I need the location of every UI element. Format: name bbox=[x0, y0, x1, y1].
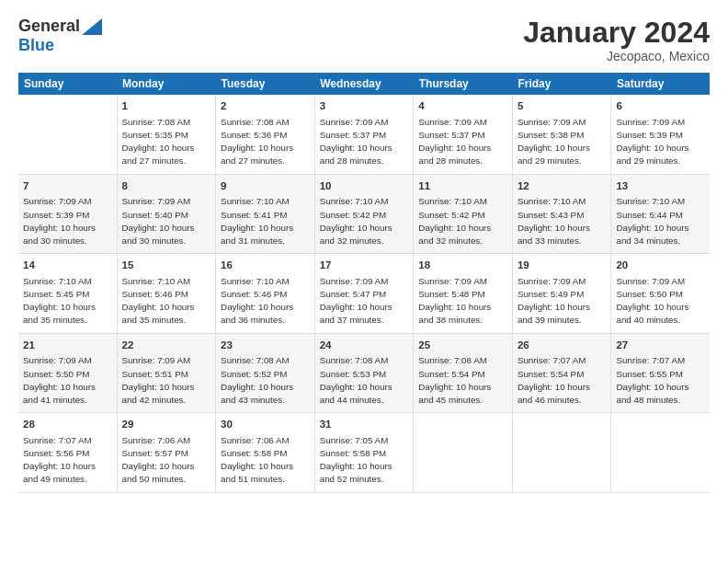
day-number: 7 bbox=[23, 178, 112, 194]
logo: General Blue bbox=[18, 17, 102, 55]
calendar-cell: 29Sunrise: 7:06 AM Sunset: 5:57 PM Dayli… bbox=[117, 413, 216, 492]
day-number: 9 bbox=[221, 178, 310, 194]
calendar-cell: 20Sunrise: 7:09 AM Sunset: 5:50 PM Dayli… bbox=[611, 254, 710, 333]
day-of-week-header: Tuesday bbox=[216, 73, 315, 95]
logo-general-text: General bbox=[18, 17, 80, 36]
day-number: 29 bbox=[122, 417, 211, 432]
day-info: Sunrise: 7:08 AM Sunset: 5:35 PM Dayligh… bbox=[122, 116, 211, 168]
header: General Blue January 2024 Jecopaco, Mexi… bbox=[18, 17, 710, 63]
calendar-cell: 27Sunrise: 7:07 AM Sunset: 5:55 PM Dayli… bbox=[611, 333, 710, 412]
day-number: 13 bbox=[616, 178, 705, 194]
day-number: 17 bbox=[320, 258, 409, 273]
calendar-cell bbox=[18, 95, 117, 174]
day-number: 31 bbox=[320, 417, 409, 432]
day-info: Sunrise: 7:10 AM Sunset: 5:46 PM Dayligh… bbox=[221, 275, 310, 327]
day-number: 1 bbox=[122, 98, 211, 114]
day-number: 5 bbox=[518, 98, 607, 114]
day-number: 14 bbox=[23, 258, 112, 273]
calendar-cell: 13Sunrise: 7:10 AM Sunset: 5:44 PM Dayli… bbox=[611, 174, 710, 253]
day-number: 20 bbox=[616, 258, 705, 273]
svg-marker-0 bbox=[82, 18, 102, 35]
calendar-week-row: 21Sunrise: 7:09 AM Sunset: 5:50 PM Dayli… bbox=[18, 333, 710, 412]
day-info: Sunrise: 7:09 AM Sunset: 5:50 PM Dayligh… bbox=[616, 275, 705, 327]
day-info: Sunrise: 7:10 AM Sunset: 5:44 PM Dayligh… bbox=[616, 195, 705, 247]
calendar-cell bbox=[611, 413, 710, 492]
day-info: Sunrise: 7:10 AM Sunset: 5:46 PM Dayligh… bbox=[122, 275, 211, 327]
day-number: 12 bbox=[518, 178, 607, 194]
day-number: 24 bbox=[320, 338, 409, 353]
day-number: 6 bbox=[616, 98, 705, 114]
day-info: Sunrise: 7:08 AM Sunset: 5:36 PM Dayligh… bbox=[221, 116, 310, 168]
calendar-cell: 26Sunrise: 7:07 AM Sunset: 5:54 PM Dayli… bbox=[512, 333, 611, 412]
day-info: Sunrise: 7:10 AM Sunset: 5:41 PM Dayligh… bbox=[221, 195, 310, 247]
calendar-cell: 11Sunrise: 7:10 AM Sunset: 5:42 PM Dayli… bbox=[414, 174, 513, 253]
day-number: 23 bbox=[221, 338, 310, 353]
day-info: Sunrise: 7:08 AM Sunset: 5:53 PM Dayligh… bbox=[320, 354, 409, 407]
calendar-cell: 9Sunrise: 7:10 AM Sunset: 5:41 PM Daylig… bbox=[216, 174, 315, 253]
day-of-week-header: Thursday bbox=[414, 73, 513, 95]
day-info: Sunrise: 7:07 AM Sunset: 5:56 PM Dayligh… bbox=[23, 434, 112, 487]
day-info: Sunrise: 7:09 AM Sunset: 5:38 PM Dayligh… bbox=[518, 116, 607, 168]
calendar-cell: 31Sunrise: 7:05 AM Sunset: 5:58 PM Dayli… bbox=[314, 413, 414, 492]
day-number: 18 bbox=[418, 258, 507, 273]
calendar-cell: 4Sunrise: 7:09 AM Sunset: 5:37 PM Daylig… bbox=[414, 95, 513, 174]
day-number: 27 bbox=[616, 338, 705, 353]
calendar-cell: 22Sunrise: 7:09 AM Sunset: 5:51 PM Dayli… bbox=[117, 333, 216, 412]
calendar-cell: 10Sunrise: 7:10 AM Sunset: 5:42 PM Dayli… bbox=[314, 174, 414, 253]
calendar-cell: 24Sunrise: 7:08 AM Sunset: 5:53 PM Dayli… bbox=[314, 333, 414, 412]
calendar-cell: 23Sunrise: 7:08 AM Sunset: 5:52 PM Dayli… bbox=[216, 333, 315, 412]
day-info: Sunrise: 7:10 AM Sunset: 5:43 PM Dayligh… bbox=[518, 195, 607, 247]
day-info: Sunrise: 7:10 AM Sunset: 5:45 PM Dayligh… bbox=[23, 275, 112, 327]
calendar-cell: 5Sunrise: 7:09 AM Sunset: 5:38 PM Daylig… bbox=[512, 95, 611, 174]
calendar-cell: 30Sunrise: 7:06 AM Sunset: 5:58 PM Dayli… bbox=[216, 413, 315, 492]
day-info: Sunrise: 7:09 AM Sunset: 5:40 PM Dayligh… bbox=[122, 195, 211, 247]
day-info: Sunrise: 7:10 AM Sunset: 5:42 PM Dayligh… bbox=[320, 195, 409, 247]
day-number: 10 bbox=[320, 178, 409, 194]
day-info: Sunrise: 7:05 AM Sunset: 5:58 PM Dayligh… bbox=[320, 434, 409, 487]
day-number: 15 bbox=[122, 258, 211, 273]
day-info: Sunrise: 7:06 AM Sunset: 5:57 PM Dayligh… bbox=[122, 434, 211, 487]
day-info: Sunrise: 7:09 AM Sunset: 5:39 PM Dayligh… bbox=[23, 195, 112, 247]
day-info: Sunrise: 7:07 AM Sunset: 5:55 PM Dayligh… bbox=[616, 354, 705, 407]
calendar-table: SundayMondayTuesdayWednesdayThursdayFrid… bbox=[18, 73, 710, 492]
calendar-cell: 28Sunrise: 7:07 AM Sunset: 5:56 PM Dayli… bbox=[18, 413, 117, 492]
title-area: January 2024 Jecopaco, Mexico bbox=[523, 17, 710, 63]
calendar-week-row: 1Sunrise: 7:08 AM Sunset: 5:35 PM Daylig… bbox=[18, 95, 710, 174]
day-info: Sunrise: 7:09 AM Sunset: 5:39 PM Dayligh… bbox=[616, 116, 705, 168]
day-number: 8 bbox=[122, 178, 211, 194]
calendar-week-row: 7Sunrise: 7:09 AM Sunset: 5:39 PM Daylig… bbox=[18, 174, 710, 253]
calendar-cell: 6Sunrise: 7:09 AM Sunset: 5:39 PM Daylig… bbox=[611, 95, 710, 174]
day-number: 4 bbox=[418, 98, 507, 114]
calendar-cell: 19Sunrise: 7:09 AM Sunset: 5:49 PM Dayli… bbox=[512, 254, 611, 333]
day-info: Sunrise: 7:08 AM Sunset: 5:52 PM Dayligh… bbox=[221, 354, 310, 407]
day-number: 25 bbox=[418, 338, 507, 353]
calendar-cell bbox=[414, 413, 513, 492]
day-info: Sunrise: 7:09 AM Sunset: 5:49 PM Dayligh… bbox=[518, 275, 607, 327]
calendar-cell: 2Sunrise: 7:08 AM Sunset: 5:36 PM Daylig… bbox=[216, 95, 315, 174]
day-number: 21 bbox=[23, 338, 112, 353]
day-number: 28 bbox=[23, 417, 112, 432]
day-number: 2 bbox=[221, 98, 310, 114]
day-info: Sunrise: 7:09 AM Sunset: 5:37 PM Dayligh… bbox=[320, 116, 409, 168]
calendar-cell: 21Sunrise: 7:09 AM Sunset: 5:50 PM Dayli… bbox=[18, 333, 117, 412]
day-number: 16 bbox=[221, 258, 310, 273]
day-of-week-header: Sunday bbox=[18, 73, 117, 95]
calendar-cell: 3Sunrise: 7:09 AM Sunset: 5:37 PM Daylig… bbox=[314, 95, 414, 174]
calendar-cell bbox=[512, 413, 611, 492]
day-of-week-header: Wednesday bbox=[314, 73, 414, 95]
page: General Blue January 2024 Jecopaco, Mexi… bbox=[0, 0, 728, 563]
day-of-week-header: Friday bbox=[512, 73, 611, 95]
calendar-cell: 17Sunrise: 7:09 AM Sunset: 5:47 PM Dayli… bbox=[314, 254, 414, 333]
day-info: Sunrise: 7:10 AM Sunset: 5:42 PM Dayligh… bbox=[418, 195, 507, 247]
calendar-cell: 25Sunrise: 7:08 AM Sunset: 5:54 PM Dayli… bbox=[414, 333, 513, 412]
calendar-week-row: 28Sunrise: 7:07 AM Sunset: 5:56 PM Dayli… bbox=[18, 413, 710, 492]
day-number: 19 bbox=[518, 258, 607, 273]
day-info: Sunrise: 7:09 AM Sunset: 5:37 PM Dayligh… bbox=[418, 116, 507, 168]
calendar-cell: 15Sunrise: 7:10 AM Sunset: 5:46 PM Dayli… bbox=[117, 254, 216, 333]
calendar-cell: 1Sunrise: 7:08 AM Sunset: 5:35 PM Daylig… bbox=[117, 95, 216, 174]
day-info: Sunrise: 7:09 AM Sunset: 5:48 PM Dayligh… bbox=[418, 275, 507, 327]
subtitle: Jecopaco, Mexico bbox=[523, 49, 710, 63]
header-row: SundayMondayTuesdayWednesdayThursdayFrid… bbox=[18, 73, 710, 95]
calendar-cell: 18Sunrise: 7:09 AM Sunset: 5:48 PM Dayli… bbox=[414, 254, 513, 333]
day-info: Sunrise: 7:09 AM Sunset: 5:47 PM Dayligh… bbox=[320, 275, 409, 327]
